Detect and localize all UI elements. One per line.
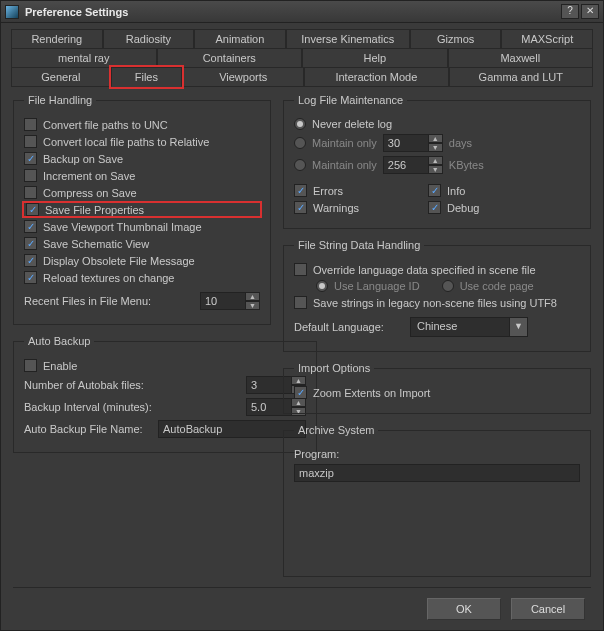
zoom-extents-label: Zoom Extents on Import [313, 387, 430, 399]
tab-row-3: General Files Viewports Interaction Mode… [11, 67, 593, 87]
zoom-extents-checkbox[interactable] [294, 386, 307, 399]
never-delete-radio[interactable] [294, 118, 306, 130]
days-unit-label: days [449, 137, 472, 149]
tab-rendering[interactable]: Rendering [11, 29, 103, 49]
backup-save-checkbox[interactable] [24, 152, 37, 165]
spinner-down-icon[interactable]: ▼ [246, 301, 260, 310]
maintain-kb-input[interactable] [383, 156, 429, 174]
titlebar: Preference Settings ? ✕ [1, 1, 603, 23]
close-button[interactable]: ✕ [581, 4, 599, 19]
convert-unc-label: Convert file paths to UNC [43, 119, 168, 131]
spinner-down-icon[interactable]: ▼ [429, 143, 443, 152]
convert-unc-checkbox[interactable] [24, 118, 37, 131]
spinner-down-icon[interactable]: ▼ [429, 165, 443, 174]
file-handling-legend: File Handling [24, 94, 96, 106]
tab-maxwell[interactable]: Maxwell [448, 48, 594, 68]
log-warnings-checkbox[interactable] [294, 201, 307, 214]
reload-tex-checkbox[interactable] [24, 271, 37, 284]
never-delete-label: Never delete log [312, 118, 392, 130]
tab-maxscript[interactable]: MAXScript [501, 29, 593, 49]
default-lang-dropdown[interactable]: Chinese ▼ [410, 317, 528, 337]
maintain-kb-radio[interactable] [294, 159, 306, 171]
compress-save-label: Compress on Save [43, 187, 137, 199]
display-obsolete-label: Display Obsolete File Message [43, 255, 195, 267]
tab-row-2: mental ray Containers Help Maxwell [11, 48, 593, 68]
default-lang-value: Chinese [410, 317, 510, 337]
recent-files-input[interactable] [200, 292, 246, 310]
autobackup-enable-label: Enable [43, 360, 77, 372]
help-button[interactable]: ? [561, 4, 579, 19]
log-info-checkbox[interactable] [428, 184, 441, 197]
file-handling-group: File Handling Convert file paths to UNC … [13, 94, 271, 325]
log-maintenance-group: Log File Maintenance Never delete log Ma… [283, 94, 591, 229]
window-title: Preference Settings [25, 6, 559, 18]
tab-general[interactable]: General [11, 67, 111, 87]
default-lang-label: Default Language: [294, 321, 404, 333]
use-code-page-radio[interactable] [442, 280, 454, 292]
import-options-group: Import Options Zoom Extents on Import [283, 362, 591, 414]
save-legacy-utf8-label: Save strings in legacy non-scene files u… [313, 297, 557, 309]
maintain-kb-spinner[interactable]: ▲▼ [383, 156, 443, 174]
reload-tex-label: Reload textures on change [43, 272, 174, 284]
log-warnings-label: Warnings [313, 202, 359, 214]
log-errors-label: Errors [313, 185, 343, 197]
tab-gamma-lut[interactable]: Gamma and LUT [449, 67, 593, 87]
dropdown-arrow-icon[interactable]: ▼ [510, 317, 528, 337]
use-lang-id-radio[interactable] [316, 280, 328, 292]
save-schematic-label: Save Schematic View [43, 238, 149, 250]
archive-system-group: Archive System Program: [283, 424, 591, 577]
autobak-interval-label: Backup Interval (minutes): [24, 401, 240, 413]
preferences-window: Preference Settings ? ✕ Rendering Radios… [0, 0, 604, 631]
convert-rel-checkbox[interactable] [24, 135, 37, 148]
log-debug-label: Debug [447, 202, 479, 214]
tab-mental-ray[interactable]: mental ray [11, 48, 157, 68]
convert-rel-label: Convert local file paths to Relative [43, 136, 209, 148]
cancel-button[interactable]: Cancel [511, 598, 585, 620]
save-file-props-label: Save File Properties [45, 204, 144, 216]
display-obsolete-checkbox[interactable] [24, 254, 37, 267]
increment-save-checkbox[interactable] [24, 169, 37, 182]
compress-save-checkbox[interactable] [24, 186, 37, 199]
save-thumb-checkbox[interactable] [24, 220, 37, 233]
maintain-days-input[interactable] [383, 134, 429, 152]
tab-gizmos[interactable]: Gizmos [410, 29, 502, 49]
save-legacy-utf8-checkbox[interactable] [294, 296, 307, 309]
maintain-days-spinner[interactable]: ▲▼ [383, 134, 443, 152]
log-info-label: Info [447, 185, 465, 197]
spinner-up-icon[interactable]: ▲ [429, 156, 443, 165]
log-debug-checkbox[interactable] [428, 201, 441, 214]
maintain-days-radio[interactable] [294, 137, 306, 149]
tab-radiosity[interactable]: Radiosity [103, 29, 195, 49]
tab-files[interactable]: Files [111, 67, 183, 87]
log-errors-checkbox[interactable] [294, 184, 307, 197]
override-lang-checkbox[interactable] [294, 263, 307, 276]
ok-button[interactable]: OK [427, 598, 501, 620]
archive-system-legend: Archive System [294, 424, 378, 436]
tab-help[interactable]: Help [302, 48, 448, 68]
tab-containers[interactable]: Containers [157, 48, 303, 68]
autobak-name-label: Auto Backup File Name: [24, 423, 152, 435]
string-handling-group: File String Data Handling Override langu… [283, 239, 591, 352]
override-lang-label: Override language data specified in scen… [313, 264, 536, 276]
auto-backup-legend: Auto Backup [24, 335, 94, 347]
tab-interaction-mode[interactable]: Interaction Mode [304, 67, 448, 87]
import-options-legend: Import Options [294, 362, 374, 374]
spinner-up-icon[interactable]: ▲ [246, 292, 260, 301]
autobackup-enable-checkbox[interactable] [24, 359, 37, 372]
tab-animation[interactable]: Animation [194, 29, 286, 49]
recent-files-spinner[interactable]: ▲▼ [200, 292, 260, 310]
string-handling-legend: File String Data Handling [294, 239, 424, 251]
use-code-page-label: Use code page [460, 280, 534, 292]
tab-inverse-kinematics[interactable]: Inverse Kinematics [286, 29, 410, 49]
app-icon [5, 5, 19, 19]
save-file-props-checkbox[interactable] [26, 203, 39, 216]
save-schematic-checkbox[interactable] [24, 237, 37, 250]
spinner-up-icon[interactable]: ▲ [429, 134, 443, 143]
tab-viewports[interactable]: Viewports [182, 67, 304, 87]
footer: OK Cancel [1, 588, 603, 630]
program-input[interactable] [294, 464, 580, 482]
use-lang-id-label: Use Language ID [334, 280, 420, 292]
increment-save-label: Increment on Save [43, 170, 135, 182]
log-maintenance-legend: Log File Maintenance [294, 94, 407, 106]
tab-strip: Rendering Radiosity Animation Inverse Ki… [1, 23, 603, 86]
